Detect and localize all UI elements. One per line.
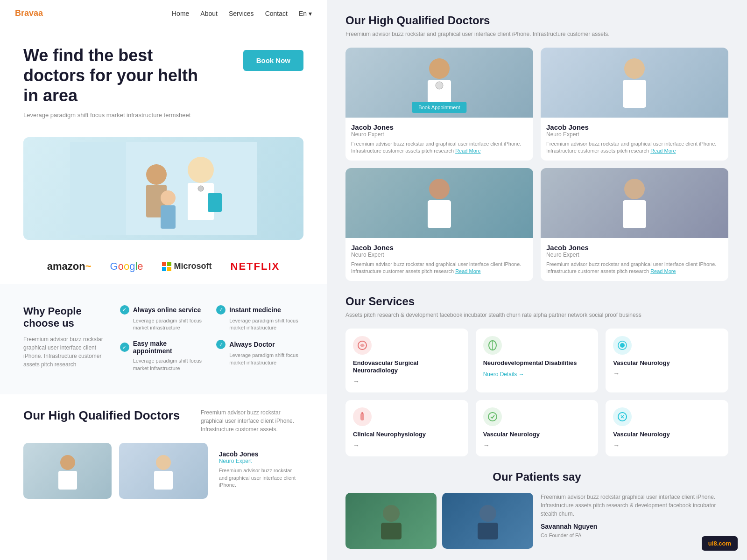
- doc-image-2: [119, 443, 207, 499]
- doctor-card-body-2: Jacob Jones Neuro Expert Freemium adviso…: [541, 118, 728, 161]
- services-title: Our Services: [345, 295, 728, 308]
- svg-rect-32: [381, 523, 402, 539]
- hero-section: We find the best doctors for your helth …: [0, 27, 327, 128]
- service-icon-1: [353, 336, 372, 355]
- doctor-silhouette-2: [616, 55, 653, 111]
- check-icon-2: ✓: [216, 305, 226, 315]
- doctors-left-desc: Freemium advisor buzz rockstar graphical…: [201, 408, 303, 434]
- service-arrow-4[interactable]: →: [353, 441, 461, 449]
- doc-name-bottom-3: Jacob Jones: [219, 450, 300, 458]
- check-icon-4: ✓: [216, 340, 226, 349]
- svg-rect-9: [161, 205, 176, 229]
- services-grid: Endovascular Surgical Neuroradiology → N…: [345, 329, 728, 457]
- service-arrow-5[interactable]: →: [483, 441, 591, 449]
- page-wrapper: Bravaa Home About Services Contact En ▾ …: [0, 0, 747, 560]
- doctor-bio-1: Freemium advisor buzz rockstar and graph…: [351, 140, 528, 155]
- why-us-col3: ✓ Instant medicine Leverage paradigm shi…: [216, 305, 303, 381]
- read-more-3[interactable]: Read More: [455, 268, 480, 274]
- service-arrow-3[interactable]: →: [613, 370, 721, 377]
- doctor-name-4: Jacob Jones: [546, 244, 723, 252]
- svg-point-6: [146, 164, 167, 185]
- service-icon-5: [483, 407, 502, 426]
- service-icon-4: [353, 407, 372, 426]
- service-card-4: Clinical Neurophysiology →: [345, 400, 468, 456]
- service-icon-2: [483, 336, 502, 355]
- nav: Bravaa Home About Services Contact En ▾: [0, 0, 327, 27]
- section-header: Our High Qualified Doctors Freemium advi…: [23, 408, 303, 434]
- book-appointment-button-1[interactable]: Book Appointment: [412, 102, 466, 113]
- svg-rect-5: [208, 193, 222, 212]
- language-button[interactable]: En ▾: [299, 10, 312, 17]
- hero-image-placeholder: [23, 137, 303, 240]
- nav-about[interactable]: About: [200, 10, 218, 17]
- hero-image: [23, 137, 303, 240]
- services-section: Our Services Assets pitch research & dev…: [345, 295, 728, 457]
- doc-image-1: [23, 443, 112, 499]
- service-arrow-6[interactable]: →: [613, 441, 721, 449]
- svg-point-31: [383, 505, 400, 522]
- svg-rect-11: [58, 471, 77, 490]
- right-panel: Our High Qualified Doctors Freemium advi…: [327, 0, 747, 560]
- read-more-2[interactable]: Read More: [650, 148, 676, 154]
- doctor-card-body-1: Jacob Jones Neuro Expert Freemium adviso…: [345, 118, 533, 161]
- book-now-button[interactable]: Book Now: [243, 50, 303, 71]
- service-link-2[interactable]: Nuero Details →: [483, 371, 524, 378]
- doctor-name-1: Jacob Jones: [351, 123, 528, 131]
- patients-row: Freemium advisor buzz rockstar graphical…: [345, 493, 728, 549]
- why-item-desc-4: Leverage paradigm shift focus market inf…: [216, 352, 303, 366]
- service-arrow-1[interactable]: →: [353, 378, 461, 385]
- reviewer-title: Co-Founder of FA: [541, 532, 728, 539]
- svg-point-2: [188, 157, 214, 183]
- hero-headline: We find the best doctors for your helth …: [23, 45, 201, 106]
- doc-card-bottom-1: [23, 443, 112, 499]
- why-item-title-1: Always online service: [133, 306, 201, 314]
- service-icon-6: [613, 407, 632, 426]
- why-item-desc-1: Leverage paradigm shift focus market inf…: [120, 317, 207, 332]
- doctor-specialty-2: Neuro Expert: [546, 131, 723, 138]
- doctors-right-desc: Freemium advisor buzz rockstar and graph…: [345, 30, 728, 38]
- why-us-title: Why People choose us: [23, 305, 111, 329]
- svg-point-4: [198, 186, 204, 191]
- doctor-image-1: Book Appointment: [345, 48, 533, 118]
- doctor-card-4: Jacob Jones Neuro Expert Freemium adviso…: [541, 168, 728, 281]
- service-card-1: Endovascular Surgical Neuroradiology →: [345, 329, 468, 393]
- amazon-arrow: ~: [85, 260, 92, 272]
- logo: Bravaa: [15, 8, 43, 18]
- watermark-suffix: .com: [717, 540, 731, 547]
- logo-highlight: vaa: [29, 8, 43, 18]
- left-panel: Bravaa Home About Services Contact En ▾ …: [0, 0, 327, 560]
- doctor-bio-4: Freemium advisor buzz rockstar and graph…: [546, 261, 723, 275]
- doctor-bio-2: Freemium advisor buzz rockstar and graph…: [546, 140, 723, 155]
- doctor-card-1: Book Appointment Jacob Jones Neuro Exper…: [345, 48, 533, 161]
- services-desc: Assets pitch research & development face…: [345, 311, 728, 319]
- read-more-1[interactable]: Read More: [455, 148, 480, 154]
- hero-row: We find the best doctors for your helth …: [23, 45, 303, 119]
- svg-point-16: [436, 82, 443, 89]
- brand-microsoft: Microsoft: [162, 261, 212, 271]
- doctors-left-section: Our High Qualified Doctors Freemium advi…: [0, 394, 327, 508]
- service-card-5: Vascular Neurology →: [476, 400, 599, 456]
- nav-services[interactable]: Services: [229, 10, 254, 17]
- doctors-right-section: Our High Qualified Doctors Freemium advi…: [345, 14, 728, 281]
- chevron-down-icon: ▾: [309, 10, 312, 17]
- svg-point-21: [624, 179, 645, 199]
- doc-card-bottom-3-body: Jacob Jones Neuro Expert Freemium adviso…: [215, 443, 303, 492]
- patient-image-1: [345, 493, 437, 549]
- nav-home[interactable]: Home: [172, 10, 189, 17]
- svg-point-19: [429, 179, 450, 199]
- patient-images: [345, 493, 533, 549]
- nav-contact[interactable]: Contact: [265, 10, 288, 17]
- logo-text-start: Bra: [15, 8, 29, 18]
- doctor-image-2: [541, 48, 728, 118]
- svg-point-12: [156, 455, 171, 470]
- doctor-silhouette-4: [616, 175, 653, 231]
- check-icon-3: ✓: [120, 343, 129, 352]
- svg-point-17: [624, 58, 645, 79]
- why-item-desc-2: Leverage paradigm shift focus market inf…: [216, 317, 303, 332]
- read-more-4[interactable]: Read More: [650, 268, 676, 274]
- reviewer-name: Savannah Nguyen: [541, 522, 728, 532]
- patient-review: Freemium advisor buzz rockstar graphical…: [541, 493, 728, 539]
- why-us-col2: ✓ Always online service Leverage paradig…: [120, 305, 207, 381]
- svg-rect-13: [154, 471, 173, 490]
- review-text: Freemium advisor buzz rockstar graphical…: [541, 493, 728, 518]
